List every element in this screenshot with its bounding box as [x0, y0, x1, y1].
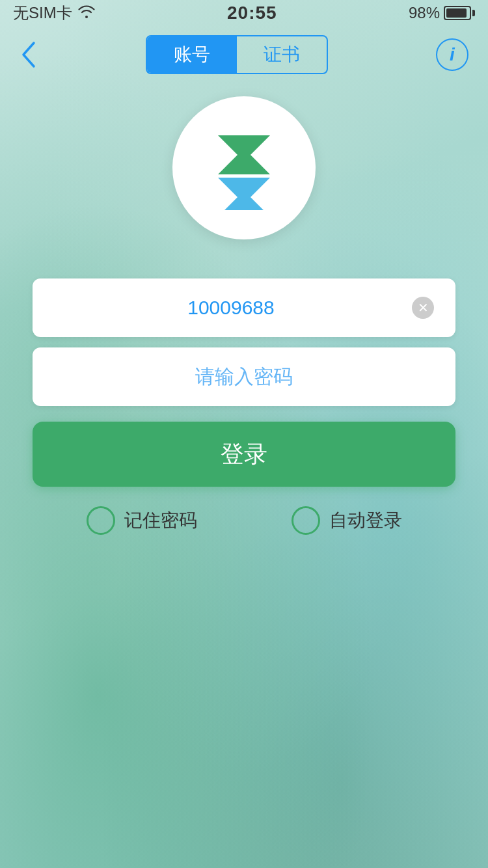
- login-button[interactable]: 登录: [33, 422, 455, 487]
- info-icon: i: [450, 44, 455, 65]
- clear-button[interactable]: ✕: [410, 295, 436, 321]
- logo-area: [0, 96, 488, 239]
- password-input[interactable]: [52, 366, 436, 388]
- account-input[interactable]: [52, 297, 410, 319]
- battery-icon: [444, 6, 475, 20]
- time-display: 20:55: [227, 3, 277, 23]
- tab-cert[interactable]: 证书: [237, 36, 327, 73]
- wifi-icon: [77, 4, 96, 22]
- status-bar: 无SIM卡 20:55 98%: [0, 0, 488, 26]
- account-input-container: ✕: [33, 278, 455, 337]
- status-right: 98%: [409, 4, 475, 22]
- tab-account[interactable]: 账号: [147, 36, 237, 73]
- auto-login-label: 自动登录: [329, 508, 402, 533]
- form-area: ✕ 登录: [0, 278, 488, 487]
- battery-percent: 98%: [409, 4, 440, 22]
- nav-bar: 账号 证书 i: [0, 26, 488, 83]
- clear-icon: ✕: [412, 297, 434, 319]
- segmented-control: 账号 证书: [146, 35, 328, 74]
- remember-label: 记住密码: [124, 508, 197, 533]
- remember-circle-icon: [87, 506, 115, 535]
- auto-login-circle-icon: [291, 506, 320, 535]
- svg-marker-1: [218, 178, 270, 210]
- status-left: 无SIM卡: [13, 3, 96, 23]
- back-button[interactable]: [20, 40, 38, 69]
- remember-password-checkbox[interactable]: 记住密码: [87, 506, 197, 535]
- checkboxes-row: 记住密码 自动登录: [0, 487, 488, 554]
- svg-marker-0: [218, 135, 270, 174]
- auto-login-checkbox[interactable]: 自动登录: [291, 506, 402, 535]
- carrier-text: 无SIM卡: [13, 3, 72, 23]
- app-logo: [172, 96, 316, 239]
- info-button[interactable]: i: [436, 38, 468, 71]
- password-input-container: [33, 347, 455, 406]
